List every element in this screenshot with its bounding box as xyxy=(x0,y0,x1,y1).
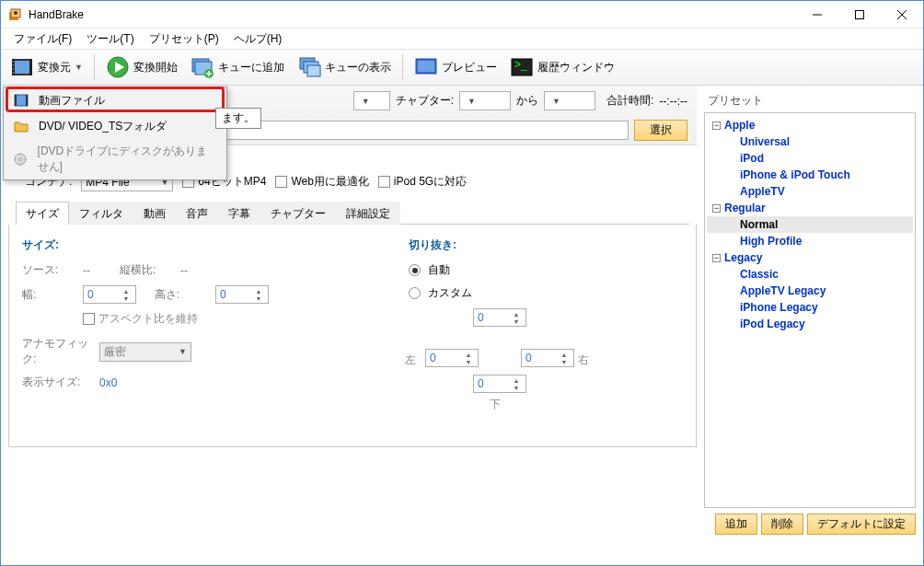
folder-icon xyxy=(13,118,29,134)
tab-audio[interactable]: 音声 xyxy=(176,202,218,225)
menubar: ファイル(F) ツール(T) プリセット(P) ヘルプ(H) xyxy=(1,29,923,49)
window-title: HandBrake xyxy=(29,8,84,21)
preset-item[interactable]: Classic xyxy=(707,266,913,283)
svg-rect-10 xyxy=(29,59,32,75)
svg-point-13 xyxy=(13,68,15,70)
browse-button[interactable]: 選択 xyxy=(634,120,687,141)
duration-value: --:--:-- xyxy=(659,95,687,108)
duration-label: 合計時間: xyxy=(606,93,653,109)
svg-rect-4 xyxy=(856,10,864,18)
menu-item-no-disc: [DVDドライブにディスクがありません] xyxy=(4,139,226,179)
preset-tree[interactable]: −AppleUniversaliPodiPhone & iPod TouchAp… xyxy=(704,112,916,508)
truncated-tooltip: ます。 xyxy=(215,108,261,129)
crop-header: 切り抜き: xyxy=(409,237,593,253)
crop-custom-radio[interactable] xyxy=(409,287,421,299)
source-dropdown-menu: 動画ファイル DVD/ VIDEO_TSフォルダ [DVDドライブにディスクがあ… xyxy=(3,87,227,180)
svg-rect-29 xyxy=(15,95,28,106)
preset-item[interactable]: High Profile xyxy=(707,233,913,249)
menu-help[interactable]: ヘルプ(H) xyxy=(226,29,290,49)
crop-right[interactable]: 0▲▼ xyxy=(521,349,574,367)
svg-rect-24 xyxy=(307,65,320,76)
terminal-icon: >_ xyxy=(510,55,534,79)
svg-point-2 xyxy=(14,11,17,15)
menu-preset[interactable]: プリセット(P) xyxy=(142,29,226,49)
film-icon xyxy=(10,55,34,79)
preset-group[interactable]: −Apple xyxy=(707,117,913,133)
svg-rect-26 xyxy=(418,61,434,72)
svg-point-14 xyxy=(13,72,15,74)
preset-delete-button[interactable]: 削除 xyxy=(761,514,803,535)
preset-group[interactable]: −Legacy xyxy=(707,249,913,266)
tab-video[interactable]: 動画 xyxy=(133,202,176,225)
add-queue-button[interactable]: キューに追加 xyxy=(185,52,290,82)
tab-advanced[interactable]: 詳細設定 xyxy=(336,202,400,225)
menu-file[interactable]: ファイル(F) xyxy=(6,29,79,49)
source-button[interactable]: 変換元 ▼ xyxy=(5,52,88,82)
preset-default-button[interactable]: デフォルトに設定 xyxy=(807,514,916,535)
preset-sidebar: プリセット −AppleUniversaliPodiPhone & iPod T… xyxy=(704,86,923,542)
title-combo[interactable]: ▼ xyxy=(353,91,390,110)
preset-item[interactable]: iPod xyxy=(707,150,913,167)
tab-content: サイズ: ソース:-- 縦横比:-- 幅: 0▲▼ 高さ: 0▲▼ アスペクト比… xyxy=(8,225,697,447)
maximize-button[interactable] xyxy=(838,1,881,29)
preset-group[interactable]: −Regular xyxy=(707,200,913,216)
show-queue-button[interactable]: キューの表示 xyxy=(292,52,397,82)
menu-item-dvd-folder[interactable]: DVD/ VIDEO_TSフォルダ xyxy=(4,113,226,139)
keep-aspect-checkbox[interactable]: アスペクト比を維持 xyxy=(83,311,198,327)
svg-text:>_: >_ xyxy=(514,58,527,71)
preview-button[interactable]: プレビュー xyxy=(409,52,502,82)
preset-add-button[interactable]: 追加 xyxy=(715,514,757,535)
titlebar: HandBrake xyxy=(1,1,923,29)
close-button[interactable] xyxy=(881,1,923,29)
minimize-button[interactable] xyxy=(796,1,838,29)
tab-size[interactable]: サイズ xyxy=(16,202,69,225)
toolbar: 変換元 ▼ 変換開始 キューに追加 キューの表示 プレビュー >_ 履歴ウィンド… xyxy=(1,49,923,86)
add-queue-icon xyxy=(191,55,214,79)
preset-item[interactable]: iPod Legacy xyxy=(707,316,913,332)
play-icon xyxy=(106,55,130,79)
chapters-label: チャプター: xyxy=(396,93,454,109)
activity-button[interactable]: >_ 履歴ウィンドウ xyxy=(504,52,620,82)
chapter-from-combo[interactable]: ▼ xyxy=(459,91,511,110)
preset-item[interactable]: Normal xyxy=(707,216,913,233)
svg-point-33 xyxy=(19,158,22,161)
dropdown-arrow-icon: ▼ xyxy=(75,63,83,72)
tabstrip: サイズ フィルタ 動画 音声 字幕 チャプター 詳細設定 xyxy=(16,201,689,225)
svg-rect-8 xyxy=(14,61,30,74)
queue-icon xyxy=(297,55,321,79)
preview-icon xyxy=(414,55,438,79)
disc-icon xyxy=(13,151,29,167)
menu-tool[interactable]: ツール(T) xyxy=(79,29,141,49)
tab-chapters[interactable]: チャプター xyxy=(260,202,336,225)
height-input[interactable]: 0▲▼ xyxy=(215,285,269,304)
anamorphic-combo[interactable]: 厳密▼ xyxy=(99,342,191,362)
menu-item-video-file[interactable]: 動画ファイル xyxy=(4,87,226,113)
crop-top[interactable]: 0▲▼ xyxy=(473,308,526,327)
web-opt-checkbox[interactable]: Web用に最適化 xyxy=(275,174,368,190)
preset-title: プリセット xyxy=(704,89,916,112)
film-small-icon xyxy=(13,92,29,109)
svg-point-12 xyxy=(13,64,15,66)
preset-item[interactable]: iPhone Legacy xyxy=(707,299,913,316)
size-header: サイズ: xyxy=(22,237,353,253)
ipod5g-checkbox[interactable]: iPod 5Gに対応 xyxy=(378,174,467,190)
tab-sub[interactable]: 字幕 xyxy=(218,202,260,225)
svg-point-11 xyxy=(13,61,15,63)
preset-item[interactable]: Universal xyxy=(707,133,913,150)
chapter-to-combo[interactable]: ▼ xyxy=(544,91,595,110)
start-button[interactable]: 変換開始 xyxy=(100,52,183,82)
preset-item[interactable]: AppleTV xyxy=(707,183,913,200)
preset-item[interactable]: AppleTV Legacy xyxy=(707,283,913,299)
svg-rect-31 xyxy=(26,95,28,106)
svg-rect-30 xyxy=(15,95,17,106)
width-input[interactable]: 0▲▼ xyxy=(83,285,136,304)
crop-auto-radio[interactable] xyxy=(409,264,421,276)
preset-item[interactable]: iPhone & iPod Touch xyxy=(707,167,913,183)
app-icon xyxy=(8,7,23,22)
tab-filter[interactable]: フィルタ xyxy=(69,202,133,225)
crop-left[interactable]: 0▲▼ xyxy=(425,349,479,367)
crop-bottom[interactable]: 0▲▼ xyxy=(473,375,526,393)
